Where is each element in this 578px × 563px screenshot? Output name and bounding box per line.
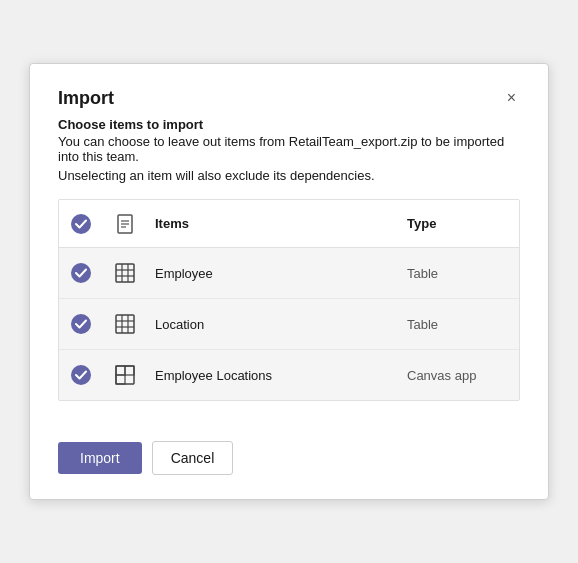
row1-type-cell: Table bbox=[399, 262, 519, 285]
items-table: Items Type bbox=[58, 199, 520, 401]
row3-type-cell: Canvas app bbox=[399, 364, 519, 387]
cancel-button[interactable]: Cancel bbox=[152, 441, 234, 475]
row3-check-cell bbox=[59, 361, 103, 389]
row3-check-icon[interactable] bbox=[71, 365, 91, 385]
dialog-footer: Import Cancel bbox=[58, 441, 520, 475]
row2-type-cell: Table bbox=[399, 313, 519, 336]
subtitle: Choose items to import bbox=[58, 117, 520, 132]
subtitle-text: Choose items to import bbox=[58, 117, 203, 132]
row1-icon-cell bbox=[103, 258, 147, 288]
dialog-title: Import bbox=[58, 88, 114, 109]
description-line1: You can choose to leave out items from R… bbox=[58, 134, 520, 164]
svg-rect-16 bbox=[125, 366, 134, 375]
header-items-label: Items bbox=[155, 212, 197, 235]
row3-name: Employee Locations bbox=[155, 368, 272, 383]
header-items: Items bbox=[147, 208, 399, 239]
svg-rect-4 bbox=[116, 264, 134, 282]
import-button[interactable]: Import bbox=[58, 442, 142, 474]
row1-check-cell bbox=[59, 259, 103, 287]
table-row: Employee Locations Canvas app bbox=[59, 350, 519, 400]
row2-check-cell bbox=[59, 310, 103, 338]
row1-name-cell: Employee bbox=[147, 262, 399, 285]
svg-rect-9 bbox=[116, 315, 134, 333]
header-check-cell bbox=[59, 210, 103, 238]
row2-icon-cell bbox=[103, 309, 147, 339]
description-line2: Unselecting an item will also exclude it… bbox=[58, 168, 520, 183]
close-button[interactable]: × bbox=[503, 88, 520, 108]
row2-name: Location bbox=[155, 317, 204, 332]
header-type: Type bbox=[399, 208, 519, 239]
row1-table-icon bbox=[114, 262, 136, 284]
header-doc-icon bbox=[116, 214, 134, 234]
header-type-label: Type bbox=[407, 212, 444, 235]
header-icon-cell bbox=[103, 210, 147, 238]
table-row: Location Table bbox=[59, 299, 519, 350]
row3-type: Canvas app bbox=[407, 368, 476, 383]
header-check-icon[interactable] bbox=[71, 214, 91, 234]
row3-name-cell: Employee Locations bbox=[147, 364, 399, 387]
row1-type: Table bbox=[407, 266, 438, 281]
row2-check-icon[interactable] bbox=[71, 314, 91, 334]
row2-type: Table bbox=[407, 317, 438, 332]
svg-rect-17 bbox=[116, 375, 125, 384]
row1-name: Employee bbox=[155, 266, 213, 281]
desc-part1: You can choose to leave out items from bbox=[58, 134, 289, 149]
row1-check-icon[interactable] bbox=[71, 263, 91, 283]
row3-icon-cell bbox=[103, 360, 147, 390]
row2-table-icon bbox=[114, 313, 136, 335]
table-header: Items Type bbox=[59, 200, 519, 248]
row3-canvas-icon bbox=[114, 364, 136, 386]
row2-name-cell: Location bbox=[147, 313, 399, 336]
svg-rect-15 bbox=[116, 366, 125, 375]
import-dialog: Import × Choose items to import You can … bbox=[29, 63, 549, 500]
table-row: Employee Table bbox=[59, 248, 519, 299]
desc-filename: RetailTeam_export.zip bbox=[289, 134, 418, 149]
dialog-header: Import × bbox=[58, 88, 520, 109]
